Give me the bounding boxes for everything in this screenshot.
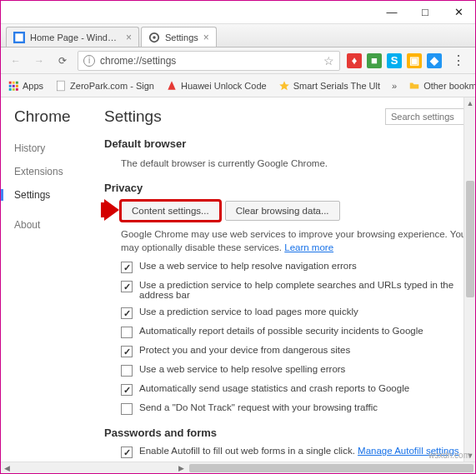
svg-rect-12 <box>16 87 18 90</box>
sidebar-item-history[interactable]: History <box>14 142 93 154</box>
checkbox-label: Use a prediction service to load pages m… <box>139 307 358 317</box>
checkbox[interactable] <box>121 447 133 458</box>
bookmarks-bar: Apps ZeroPark.com - Sign Huawei Unlock C… <box>1 74 475 97</box>
learn-more-link[interactable]: Learn more <box>284 242 333 252</box>
checkbox[interactable] <box>121 281 133 292</box>
skype-icon[interactable]: S <box>387 53 402 68</box>
address-bar: ← → ⟳ i chrome://settings ☆ ♦ ■ S ▣ ◆ ⋮ <box>1 47 475 74</box>
sidebar-item-extensions[interactable]: Extensions <box>14 166 93 177</box>
checkbox-label: Use a prediction service to help complet… <box>139 280 468 300</box>
menu-icon[interactable]: ⋮ <box>448 52 468 68</box>
extension-icon[interactable]: ■ <box>367 53 382 68</box>
vertical-scrollbar[interactable]: ▲ ▼ <box>463 97 475 462</box>
svg-rect-4 <box>9 81 12 83</box>
close-icon[interactable]: × <box>203 32 209 43</box>
bookmark-label: Smart Serials The Ult <box>293 81 380 91</box>
svg-rect-9 <box>16 84 18 87</box>
svg-rect-1 <box>15 33 23 41</box>
svg-rect-13 <box>57 81 64 91</box>
maximize-button[interactable]: □ <box>408 2 442 23</box>
checkbox[interactable] <box>121 365 133 377</box>
privacy-check-row: Send a "Do Not Track" request with your … <box>121 402 468 415</box>
checkbox[interactable] <box>121 307 133 319</box>
passwords-section: Passwords and forms Enable Autofill to f… <box>104 427 468 458</box>
svg-rect-6 <box>16 81 18 83</box>
minimize-button[interactable]: — <box>375 2 408 23</box>
settings-main: Settings Default browser The default bro… <box>101 97 475 462</box>
checkbox-label: Automatically send usage statistics and … <box>139 383 409 393</box>
bookmark-label: Other bookmarks <box>423 81 476 91</box>
checkbox-label: Automatically report details of possible… <box>139 326 423 336</box>
close-icon[interactable]: × <box>126 32 132 43</box>
sidebar-item-settings[interactable]: Settings <box>1 189 93 201</box>
checkbox[interactable] <box>121 346 133 357</box>
privacy-check-row: Use a prediction service to help complet… <box>121 280 468 300</box>
forward-button[interactable]: → <box>31 52 48 69</box>
page-favicon-icon <box>13 32 25 43</box>
checkbox-label: Send a "Do Not Track" request with your … <box>139 402 378 412</box>
chevron-more-icon[interactable]: » <box>392 81 397 91</box>
apps-shortcut[interactable]: Apps <box>8 80 43 92</box>
bookmark-label: ZeroPark.com - Sign <box>70 81 154 91</box>
tab-settings[interactable]: Settings × <box>141 27 217 47</box>
privacy-check-row: Automatically send usage statistics and … <box>121 383 468 396</box>
privacy-check-row: Use a web service to help resolve naviga… <box>121 261 468 273</box>
privacy-check-row: Use a web service to help resolve spelli… <box>121 364 468 377</box>
privacy-section: Privacy Content settings... Clear browsi… <box>104 182 468 415</box>
extension-icon[interactable]: ♦ <box>347 53 362 68</box>
svg-rect-5 <box>13 81 15 83</box>
checkbox-label: Protect you and your device from dangero… <box>139 345 350 355</box>
svg-rect-11 <box>13 87 15 90</box>
tab-homepage[interactable]: Home Page - Windows T × <box>6 27 139 47</box>
checkbox[interactable] <box>121 403 133 415</box>
checkbox-label: Use a web service to help resolve spelli… <box>139 364 345 374</box>
checkbox-label: Enable Autofill to fill out web forms in… <box>139 446 459 456</box>
default-browser-section: Default browser The default browser is c… <box>104 137 468 170</box>
default-browser-text: The default browser is currently Google … <box>121 157 468 170</box>
search-settings-input[interactable] <box>385 108 468 125</box>
settings-sidebar: Chrome History Extensions Settings About <box>1 97 101 462</box>
bookmark-zeropark[interactable]: ZeroPark.com - Sign <box>55 80 154 92</box>
content-settings-button[interactable]: Content settings... <box>121 201 220 221</box>
back-button[interactable]: ← <box>8 52 24 69</box>
svg-rect-7 <box>9 84 12 87</box>
bookmark-label: Huawei Unlock Code <box>181 81 267 91</box>
extension-icons: ♦ ■ S ▣ ◆ <box>347 53 442 68</box>
red-arrow-annotation <box>101 199 119 221</box>
page-title: Settings <box>104 107 162 126</box>
info-icon[interactable]: i <box>83 55 95 67</box>
extension-icon[interactable]: ◆ <box>427 53 442 68</box>
bookmark-label: Apps <box>23 81 43 91</box>
page-icon <box>55 80 67 92</box>
svg-rect-8 <box>13 84 15 87</box>
svg-marker-14 <box>101 199 119 221</box>
scroll-up-icon[interactable]: ▲ <box>464 97 475 109</box>
privacy-check-row: Protect you and your device from dangero… <box>121 345 468 357</box>
privacy-check-row: Use a prediction service to load pages m… <box>121 307 468 319</box>
window-titlebar: — □ ✕ <box>1 1 475 24</box>
tab-label: Settings <box>165 32 198 42</box>
section-heading: Default browser <box>104 137 468 150</box>
other-bookmarks[interactable]: Other bookmarks <box>408 80 476 92</box>
apps-icon <box>8 80 19 92</box>
folder-icon <box>408 80 420 92</box>
close-window-button[interactable]: ✕ <box>442 2 475 23</box>
checkbox[interactable] <box>121 262 133 273</box>
checkbox[interactable] <box>121 384 133 396</box>
bookmark-serials[interactable]: Smart Serials The Ult <box>278 80 380 92</box>
omnibox[interactable]: i chrome://settings ☆ <box>78 51 340 71</box>
gear-icon <box>148 32 160 43</box>
star-icon <box>278 80 290 92</box>
url-text: chrome://settings <box>100 55 318 67</box>
clear-browsing-data-button[interactable]: Clear browsing data... <box>225 201 340 221</box>
sidebar-item-about[interactable]: About <box>14 219 93 231</box>
reload-button[interactable]: ⟳ <box>54 52 71 69</box>
scroll-right-icon[interactable]: ▶ <box>176 462 188 474</box>
horizontal-scrollbar[interactable]: ◀ ▶ <box>1 462 475 473</box>
bookmark-star-icon[interactable]: ☆ <box>323 54 334 67</box>
bookmark-huawei[interactable]: Huawei Unlock Code <box>166 80 267 92</box>
checkbox[interactable] <box>121 327 133 338</box>
scroll-left-icon[interactable]: ◀ <box>1 462 13 474</box>
privacy-description: Google Chrome may use web services to im… <box>121 227 468 254</box>
extension-icon[interactable]: ▣ <box>407 53 422 68</box>
